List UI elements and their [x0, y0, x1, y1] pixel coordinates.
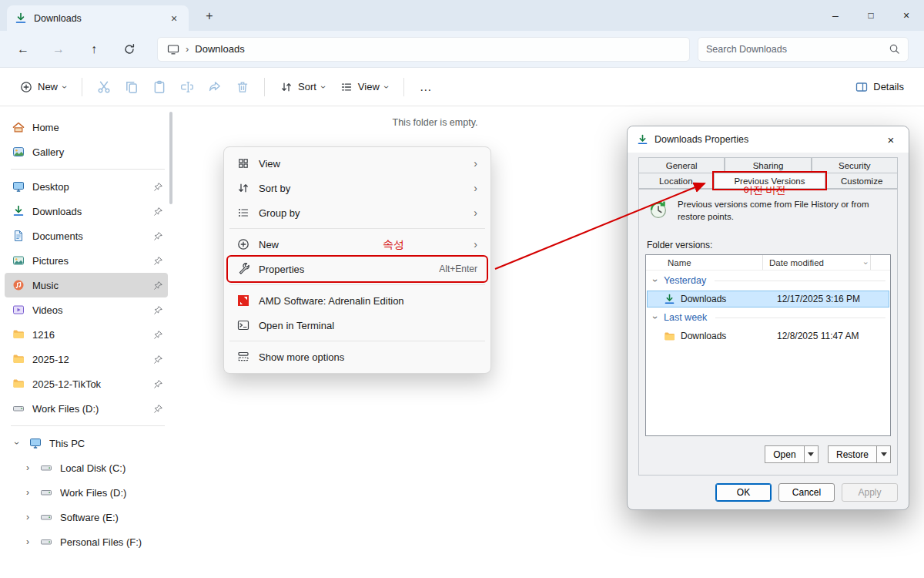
sidebar-item-videos[interactable]: Videos [5, 297, 168, 322]
chevron-down-icon[interactable] [651, 312, 660, 323]
sidebar-item-personal-files-f[interactable]: Personal Files (F:) [5, 529, 168, 554]
pin-icon [153, 182, 163, 192]
rename-button[interactable] [173, 73, 201, 101]
open-dropdown-button[interactable] [805, 445, 819, 463]
pin-icon [153, 281, 163, 291]
tab-close-icon[interactable] [167, 12, 181, 25]
sidebar-item-gallery[interactable]: Gallery [5, 139, 168, 164]
new-button[interactable]: New [12, 76, 74, 99]
sidebar-item-work-files[interactable]: Work Files (D:) [5, 396, 168, 421]
up-button[interactable] [82, 37, 106, 62]
chevron-down-icon [63, 81, 66, 92]
back-button[interactable] [11, 37, 35, 62]
chevron-right-icon[interactable] [23, 512, 32, 523]
share-button[interactable] [201, 73, 229, 101]
details-button[interactable]: Details [848, 76, 912, 99]
list-header: Name Date modified [646, 255, 890, 271]
chevron-right-icon[interactable] [23, 462, 32, 473]
sidebar-item-label: 1216 [32, 329, 146, 341]
command-bar: New Sort View Details [0, 68, 924, 106]
sidebar-item-2025-12-tiktok[interactable]: 2025-12-TikTok [5, 371, 168, 396]
menu-item-open-in-terminal[interactable]: Open in Terminal [228, 313, 487, 338]
more-options-icon [237, 351, 249, 363]
chevron-down-icon[interactable] [651, 275, 660, 286]
sidebar-item-1216[interactable]: 1216 [5, 322, 168, 347]
menu-item-label: Group by [259, 207, 464, 219]
tab-sharing[interactable]: Sharing [725, 157, 811, 173]
group-header-yesterday[interactable]: Yesterday [646, 271, 890, 291]
restore-history-icon [647, 199, 670, 222]
chevron-right-icon[interactable] [23, 536, 32, 547]
restore-button[interactable]: Restore [828, 445, 877, 463]
column-header-name[interactable]: Name [646, 255, 763, 270]
sidebar-item-pictures[interactable]: Pictures [5, 248, 168, 273]
sidebar-item-this-pc[interactable]: This PC [5, 431, 168, 455]
cut-button[interactable] [90, 73, 118, 101]
version-row-last-week-downloads[interactable]: Downloads 12/8/2025 11:47 AM [647, 328, 889, 344]
menu-item-amd-software[interactable]: AMD Software: Adrenalin Edition [228, 288, 487, 313]
tab-customize[interactable]: Customize [825, 173, 898, 189]
explorer-tab-downloads[interactable]: Downloads [7, 5, 189, 31]
dropdown-triangle-icon [881, 452, 887, 456]
forward-button[interactable] [46, 37, 71, 62]
maximize-button[interactable] [853, 0, 889, 31]
sidebar-item-software-e[interactable]: Software (E:) [5, 505, 168, 529]
empty-folder-message: This folder is empty. [350, 117, 520, 128]
menu-item-new[interactable]: New [228, 232, 487, 257]
ok-button[interactable]: OK [715, 483, 772, 502]
see-more-button[interactable] [412, 77, 440, 97]
sidebar-item-downloads[interactable]: Downloads [5, 199, 168, 223]
wrench-icon [237, 263, 249, 275]
tab-security[interactable]: Security [812, 157, 898, 173]
tab-location[interactable]: Location [638, 173, 714, 189]
sidebar-item-desktop[interactable]: Desktop [5, 174, 168, 199]
sidebar-item-documents[interactable]: Documents [5, 223, 168, 248]
menu-item-show-more-options[interactable]: Show more options [228, 344, 487, 369]
close-button[interactable] [889, 0, 924, 31]
apply-button[interactable]: Apply [842, 483, 898, 502]
delete-button[interactable] [229, 73, 256, 101]
new-tab-button[interactable] [198, 5, 221, 28]
sidebar-item-work-files-d[interactable]: Work Files (D:) [5, 480, 168, 505]
menu-item-sort-by[interactable]: Sort by [228, 176, 487, 200]
details-button-label: Details [873, 81, 904, 92]
search-box[interactable] [698, 37, 909, 62]
search-input[interactable] [706, 44, 889, 55]
sidebar-scrollbar[interactable] [169, 112, 172, 204]
chevron-right-icon[interactable] [23, 487, 32, 498]
column-header-label: Date modified [769, 258, 824, 267]
sort-button[interactable]: Sort [273, 76, 333, 99]
grid-icon [237, 157, 249, 170]
dialog-close-button[interactable] [875, 126, 907, 153]
minimize-button[interactable] [818, 0, 853, 31]
refresh-button[interactable] [117, 37, 142, 62]
chevron-down-icon[interactable] [12, 438, 22, 449]
column-header-date-modified[interactable]: Date modified [763, 255, 871, 270]
view-button[interactable]: View [333, 76, 396, 99]
menu-item-view[interactable]: View [228, 151, 487, 176]
sort-icon [280, 81, 293, 93]
menu-item-properties[interactable]: Properties Alt+Enter [228, 257, 487, 281]
menu-item-group-by[interactable]: Group by [228, 200, 487, 225]
sidebar-item-home[interactable]: Home [5, 115, 168, 139]
cancel-button[interactable]: Cancel [778, 483, 835, 502]
paste-button[interactable] [146, 73, 173, 101]
sidebar-divider [11, 169, 165, 170]
folder-versions-label: Folder versions: [647, 240, 891, 250]
version-row-yesterday-downloads[interactable]: Downloads 12/17/2025 3:16 PM [647, 291, 889, 307]
sidebar-item-2025-12[interactable]: 2025-12 [5, 347, 168, 371]
sidebar-item-label: Documents [32, 230, 146, 242]
sidebar-item-local-disk-c[interactable]: Local Disk (C:) [5, 455, 168, 480]
sidebar-item-music[interactable]: Music [5, 273, 168, 297]
version-name: Downloads [681, 331, 772, 341]
open-button[interactable]: Open [765, 445, 805, 463]
drive-icon [40, 462, 52, 474]
tab-general[interactable]: General [638, 157, 725, 173]
breadcrumb[interactable]: Downloads [195, 43, 244, 55]
group-header-last-week[interactable]: Last week [646, 307, 890, 328]
restore-dropdown-button[interactable] [877, 445, 891, 463]
copy-icon [125, 80, 139, 94]
address-bar[interactable]: Downloads [157, 37, 690, 62]
drive-icon [40, 511, 52, 523]
copy-button[interactable] [118, 73, 146, 101]
